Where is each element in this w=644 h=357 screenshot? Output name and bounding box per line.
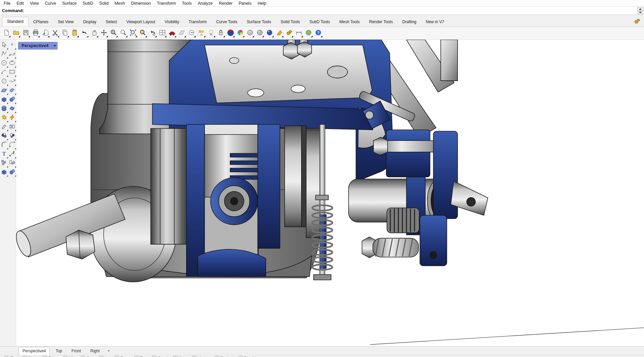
options-button[interactable] bbox=[284, 29, 293, 38]
patch-tool-button[interactable] bbox=[8, 104, 16, 113]
rectangle-tool-button[interactable] bbox=[8, 68, 16, 77]
undo-view-change-button[interactable] bbox=[148, 29, 157, 38]
zoom-dynamic-button[interactable] bbox=[119, 29, 128, 38]
ribbon-tab-cplanes[interactable]: CPlanes bbox=[29, 17, 53, 27]
cut-button[interactable] bbox=[50, 29, 59, 38]
command-history-down-button[interactable] bbox=[637, 11, 643, 14]
menu-help[interactable]: Help bbox=[254, 0, 269, 6]
zoom-in-button[interactable] bbox=[109, 29, 118, 38]
viewport-page-tab-perspective4[interactable]: Perspective4 bbox=[18, 347, 50, 355]
undo-button[interactable] bbox=[80, 29, 89, 38]
arc-tool-button[interactable] bbox=[0, 68, 8, 77]
print-button[interactable] bbox=[31, 29, 40, 38]
ghosted-display-button[interactable] bbox=[255, 29, 264, 38]
copy-to-clipboard-button[interactable] bbox=[60, 29, 69, 38]
layer-tools-button[interactable] bbox=[226, 29, 235, 38]
point-tool-button[interactable] bbox=[8, 41, 16, 50]
ribbon-tab-set-view[interactable]: Set View bbox=[53, 17, 78, 27]
zoom-extents-button[interactable] bbox=[128, 29, 137, 38]
circle-tool-button[interactable] bbox=[0, 59, 8, 68]
control-point-curve-tool-button[interactable] bbox=[8, 50, 16, 59]
surface-from-curves-tool-button[interactable] bbox=[8, 86, 16, 95]
split-tool-button[interactable] bbox=[8, 122, 16, 131]
menu-panels[interactable]: Panels bbox=[236, 0, 254, 6]
menu-curve[interactable]: Curve bbox=[42, 0, 59, 6]
viewport-page-tab-top[interactable]: Top bbox=[52, 347, 66, 355]
add-viewport-tab-button[interactable]: + bbox=[106, 347, 112, 355]
ribbon-tab-drafting[interactable]: Drafting bbox=[398, 17, 421, 27]
explode-tool-button[interactable] bbox=[8, 113, 16, 122]
rotate-view-button[interactable] bbox=[99, 29, 108, 38]
menu-transform[interactable]: Transform bbox=[154, 0, 179, 6]
fillet-corner-tool-button[interactable] bbox=[0, 141, 8, 150]
move-tool-button[interactable] bbox=[8, 150, 16, 159]
boolean-union-tool-button[interactable] bbox=[0, 131, 8, 141]
save-file-button[interactable] bbox=[21, 29, 30, 38]
ribbon-tab-render-tools[interactable]: Render Tools bbox=[364, 17, 398, 27]
menu-edit[interactable]: Edit bbox=[13, 0, 27, 6]
surface-3pt-tool-button[interactable] bbox=[0, 86, 8, 95]
freeform-curve-tool-button[interactable] bbox=[8, 77, 16, 86]
command-history-up-button[interactable] bbox=[637, 7, 643, 10]
menu-tools[interactable]: Tools bbox=[179, 0, 195, 6]
lights-button[interactable] bbox=[206, 29, 215, 38]
help-button[interactable]: ? bbox=[314, 29, 323, 38]
notifications-button[interactable] bbox=[275, 29, 284, 38]
viewport-title-label[interactable]: Perspective4 bbox=[18, 42, 52, 49]
four-viewports-button[interactable] bbox=[158, 29, 167, 38]
ribbon-tab-transform[interactable]: Transform bbox=[184, 17, 211, 27]
blend-curve-tool-button[interactable] bbox=[8, 141, 16, 150]
circle-center-radius-button[interactable] bbox=[187, 29, 196, 38]
mesh-tool-button[interactable] bbox=[0, 113, 8, 122]
export-selected-button[interactable] bbox=[41, 29, 50, 38]
viewport-canvas[interactable]: Perspective4 bbox=[16, 40, 644, 346]
ribbon-tab-standard[interactable]: Standard bbox=[2, 17, 29, 27]
ribbon-tab-viewport-layout[interactable]: Viewport Layout bbox=[122, 17, 160, 27]
menu-dimension[interactable]: Dimension bbox=[128, 0, 154, 6]
ribbon-tab-display[interactable]: Display bbox=[78, 17, 101, 27]
polygon-tool-button[interactable] bbox=[0, 77, 8, 86]
ribbon-tab-surface-tools[interactable]: Surface Tools bbox=[242, 17, 276, 27]
select-tool-button[interactable] bbox=[0, 41, 8, 50]
box-tool-button[interactable] bbox=[0, 95, 8, 104]
ribbon-tab-subd-tools[interactable]: SubD Tools bbox=[305, 17, 335, 27]
menu-analyze[interactable]: Analyze bbox=[195, 0, 215, 6]
toolbar-settings-gear-icon[interactable] bbox=[632, 17, 641, 27]
ribbon-tab-visibility[interactable]: Visibility bbox=[160, 17, 184, 27]
solid-box-tool-button[interactable] bbox=[0, 168, 8, 177]
ribbon-tab-mesh-tools[interactable]: Mesh Tools bbox=[335, 17, 364, 27]
named-views-button[interactable] bbox=[167, 29, 176, 38]
text-tool-button[interactable]: T bbox=[0, 150, 8, 159]
ribbon-tab-solid-tools[interactable]: Solid Tools bbox=[276, 17, 305, 27]
color-picker-button[interactable] bbox=[236, 29, 245, 38]
boolean-difference-tool-button[interactable] bbox=[8, 131, 16, 141]
rendered-display-button[interactable] bbox=[265, 29, 274, 38]
zoom-selected-button[interactable] bbox=[138, 29, 147, 38]
ribbon-tab-new-in-v7[interactable]: New in V7 bbox=[421, 17, 449, 27]
open-file-button[interactable] bbox=[11, 29, 21, 38]
polyline-tool-button[interactable] bbox=[0, 50, 8, 59]
menu-solid[interactable]: Solid bbox=[96, 0, 112, 6]
trim-tool-button[interactable] bbox=[0, 122, 8, 131]
viewport-title-tab[interactable]: Perspective4 bbox=[18, 42, 57, 49]
paste-button[interactable] bbox=[70, 29, 79, 38]
earth-anchor-button[interactable] bbox=[304, 29, 313, 38]
menu-mesh[interactable]: Mesh bbox=[112, 0, 128, 6]
dimension-tools-button[interactable] bbox=[294, 29, 303, 38]
viewport-menu-dropdown[interactable] bbox=[52, 42, 57, 49]
shaded-display-button[interactable] bbox=[245, 29, 254, 38]
menu-render[interactable]: Render bbox=[216, 0, 236, 6]
viewport-page-tab-right[interactable]: Right bbox=[87, 347, 104, 355]
menu-view[interactable]: View bbox=[27, 0, 42, 6]
new-file-button[interactable] bbox=[2, 29, 11, 38]
array-tool-button[interactable] bbox=[8, 168, 16, 177]
sphere-tool-button[interactable] bbox=[8, 95, 16, 104]
cplane-tools-button[interactable] bbox=[177, 29, 186, 38]
menu-subd[interactable]: SubD bbox=[80, 0, 96, 6]
menu-file[interactable]: File bbox=[1, 0, 13, 6]
cylinder-tool-button[interactable] bbox=[0, 104, 8, 113]
object-snap-settings-button[interactable] bbox=[197, 29, 206, 38]
ellipse-tool-button[interactable] bbox=[8, 59, 16, 68]
viewport-page-tab-front[interactable]: Front bbox=[68, 347, 85, 355]
ribbon-tab-curve-tools[interactable]: Curve Tools bbox=[211, 17, 242, 27]
